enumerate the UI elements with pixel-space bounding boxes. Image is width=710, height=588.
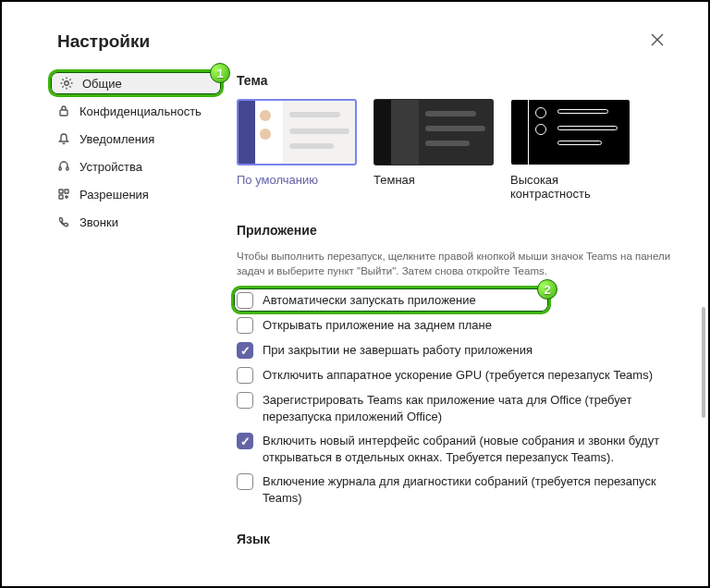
checkbox-label: При закрытии не завершать работу приложе…: [263, 341, 532, 359]
application-heading: Приложение: [237, 223, 671, 238]
theme-label: Темная: [373, 173, 494, 187]
sidebar-item-permissions[interactable]: Разрешения: [48, 180, 224, 208]
sidebar-item-label: Звонки: [80, 215, 118, 229]
checkbox-label: Включение журнала для диагностики собран…: [263, 472, 671, 506]
checkbox-row-keep-running[interactable]: При закрытии не завершать работу приложе…: [237, 337, 671, 362]
sidebar-item-label: Разрешения: [80, 188, 149, 202]
sidebar: Общие 1 Конфиденциальность Уведомления У…: [48, 64, 224, 557]
theme-preview-dark: [373, 99, 494, 165]
checkbox-label: Автоматически запускать приложение: [263, 291, 476, 309]
sidebar-item-label: Уведомления: [80, 132, 154, 146]
lock-icon: [55, 103, 72, 119]
scrollbar-thumb[interactable]: [702, 307, 705, 418]
svg-rect-8: [59, 195, 63, 199]
checkbox-label: Открывать приложение на заднем плане: [263, 316, 492, 334]
application-description: Чтобы выполнить перезапуск, щелкните пра…: [237, 249, 671, 278]
svg-point-2: [65, 81, 68, 85]
checkbox-label: Отключить аппаратное ускорение GPU (треб…: [263, 366, 653, 384]
sidebar-item-notifications[interactable]: Уведомления: [48, 125, 224, 153]
language-heading: Язык: [237, 532, 671, 546]
theme-label: По умолчанию: [237, 173, 357, 187]
phone-icon: [55, 214, 72, 230]
highlight-badge-2: 2: [537, 279, 557, 300]
gear-icon: [58, 75, 75, 92]
theme-preview-high-contrast: [510, 99, 630, 165]
svg-rect-5: [67, 167, 68, 170]
checkbox[interactable]: [237, 367, 253, 384]
svg-rect-3: [60, 110, 67, 116]
checkbox[interactable]: [237, 342, 253, 359]
checkbox[interactable]: [237, 473, 253, 490]
sidebar-item-devices[interactable]: Устройства: [48, 153, 224, 180]
headset-icon: [55, 158, 72, 175]
sidebar-item-general[interactable]: Общие 1: [48, 69, 224, 97]
theme-option-high-contrast[interactable]: Высокая контрастность: [510, 99, 630, 201]
main-content: Тема По умолчанию Темная: [224, 64, 708, 557]
checkbox-row-new-meetings-ui[interactable]: Включить новый интерфейс собраний (новые…: [237, 428, 671, 469]
theme-preview-default: [237, 99, 357, 165]
checkbox-row-diagnostics-log[interactable]: Включение журнала для диагностики собран…: [237, 469, 671, 509]
svg-rect-4: [59, 167, 61, 170]
checkbox-label: Включить новый интерфейс собраний (новые…: [263, 432, 671, 465]
theme-option-dark[interactable]: Темная: [373, 99, 494, 201]
sidebar-item-label: Общие: [82, 77, 122, 91]
checkbox[interactable]: [237, 317, 253, 334]
checkbox-row-autostart[interactable]: 2 Автоматически запускать приложение: [237, 288, 671, 312]
sidebar-item-calls[interactable]: Звонки: [48, 208, 224, 236]
bell-icon: [55, 130, 72, 147]
checkbox[interactable]: [237, 392, 253, 409]
theme-option-default[interactable]: По умолчанию: [237, 99, 357, 201]
checkbox-row-register-office[interactable]: Зарегистрировать Teams как приложение ча…: [237, 387, 671, 428]
theme-heading: Тема: [237, 73, 671, 88]
checkbox-label: Зарегистрировать Teams как приложение ча…: [263, 391, 671, 424]
sidebar-item-label: Устройства: [80, 160, 142, 174]
svg-rect-7: [65, 190, 68, 193]
highlight-badge-1: 1: [210, 63, 230, 83]
checkbox[interactable]: [237, 292, 253, 309]
svg-rect-6: [59, 190, 63, 193]
page-title: Настройки: [57, 31, 150, 52]
apps-icon: [55, 186, 72, 202]
close-button[interactable]: [643, 28, 671, 55]
close-icon: [651, 33, 664, 46]
theme-label: Высокая контрастность: [510, 173, 630, 201]
checkbox[interactable]: [237, 433, 253, 449]
sidebar-item-label: Конфиденциальность: [80, 104, 202, 118]
checkbox-row-gpu[interactable]: Отключить аппаратное ускорение GPU (треб…: [237, 362, 671, 387]
checkbox-row-background[interactable]: Открывать приложение на заднем плане: [237, 312, 671, 337]
sidebar-item-privacy[interactable]: Конфиденциальность: [48, 97, 224, 125]
